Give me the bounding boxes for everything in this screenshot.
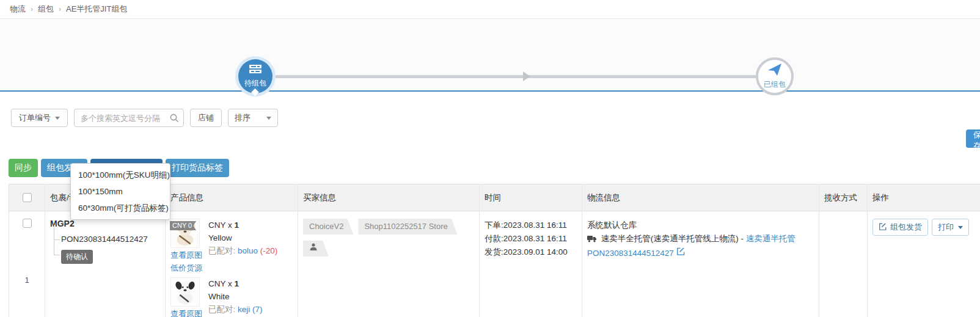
- product-qty: 1: [235, 279, 240, 288]
- row-print-dropdown-button[interactable]: 打印: [932, 219, 969, 236]
- row-pack-ship-label: 组包发货: [890, 222, 922, 233]
- product-price: CNY x: [208, 279, 232, 288]
- operation-cell: 组包发货 打印: [868, 211, 980, 317]
- row-index: 1: [24, 275, 29, 285]
- buyer-tag-shop: Shop1102252517 Store: [358, 219, 457, 235]
- table-row: 1 MGP2 PON230831444512427 待确认 CNY 0 查看原图: [9, 211, 980, 317]
- menu-item-100x150[interactable]: 100*150mm: [71, 183, 170, 200]
- view-original-link[interactable]: 查看原图: [170, 308, 202, 317]
- row-checkbox[interactable]: [23, 219, 32, 228]
- chevron-down-icon: [55, 117, 60, 120]
- sort-label: 排序: [235, 112, 250, 123]
- paired-stock: (7): [252, 305, 263, 314]
- buyer-person-tag[interactable]: [303, 241, 329, 257]
- product-image[interactable]: CNY 0: [170, 219, 200, 248]
- breadcrumb-item-logistics[interactable]: 物流: [10, 4, 26, 13]
- warehouse-name: 系统默认仓库: [587, 219, 814, 232]
- header-pickup: 揽收方式: [819, 184, 868, 211]
- row-print-label: 打印: [938, 222, 954, 233]
- chevron-down-icon: [958, 226, 963, 229]
- breadcrumb-item-current: AE半托管JIT组包: [66, 4, 127, 13]
- waybill-stack-icon: [249, 65, 261, 76]
- search-input[interactable]: [74, 109, 184, 127]
- row-select-cell: 1: [9, 211, 45, 317]
- tracking-number-link[interactable]: PON230831444512427: [587, 249, 674, 258]
- edit-icon[interactable]: [676, 249, 686, 258]
- order-time: 下单:2023.08.31 16:11: [485, 219, 577, 232]
- sync-button-label: 同步: [15, 162, 32, 173]
- status-badge: 待确认: [61, 250, 93, 264]
- breadcrumb-separator: ›: [31, 5, 33, 13]
- view-original-link[interactable]: 查看原图: [170, 250, 202, 261]
- header-operation: 操作: [868, 184, 980, 211]
- order-type-dropdown[interactable]: 订单编号: [11, 109, 68, 127]
- truck-icon: [587, 235, 599, 244]
- breadcrumb-item-pack[interactable]: 组包: [38, 4, 54, 13]
- row-pack-ship-button[interactable]: 组包发货: [872, 219, 928, 236]
- search-icon[interactable]: [169, 113, 179, 125]
- sync-button[interactable]: 同步: [9, 159, 38, 177]
- search-box: [74, 109, 184, 127]
- save-button[interactable]: 保存: [966, 129, 980, 148]
- product-variant: White: [208, 290, 263, 303]
- buyer-tag-choice: ChoiceV2: [303, 219, 353, 235]
- header-buyer: 买家信息: [298, 184, 480, 211]
- product-item: CNY 0 查看原图 低价货源 CNY x 1 Yellow 已配对: bolu…: [170, 219, 293, 274]
- breadcrumb-separator: ›: [59, 5, 61, 13]
- header-select-all-cell: [9, 184, 45, 211]
- product-price: CNY x: [208, 220, 232, 230]
- product-variant: Yellow: [208, 231, 277, 244]
- person-icon: [309, 241, 318, 257]
- menu-item-100x100[interactable]: 100*100mm(无SKU明细): [71, 167, 170, 183]
- save-button-label: 保存: [973, 130, 980, 150]
- product-item: 查看原图 低价货源 CNY x 1 White 已配对: keji (7): [170, 277, 293, 317]
- paired-stock: (-20): [260, 246, 278, 255]
- price-tag-ribbon: CNY 0: [170, 221, 196, 230]
- product-qty: 1: [235, 220, 240, 230]
- header-time: 时间: [480, 184, 582, 211]
- package-cell: MGP2 PON230831444512427 待确认: [45, 211, 166, 317]
- menu-item-60x30[interactable]: 60*30mm(可打货品标签): [71, 200, 170, 216]
- order-type-label: 订单编号: [19, 112, 51, 123]
- logistics-cell: 系统默认仓库 速卖半全托管(速卖通半托管线上物流) - 速卖通半托管 PON23…: [582, 211, 819, 317]
- filter-bar: 订单编号 店铺 排序 保存: [0, 109, 980, 159]
- paired-sku-link[interactable]: keji: [238, 305, 250, 314]
- paired-label: 已配对:: [208, 305, 235, 314]
- edit-icon: [879, 222, 887, 233]
- select-all-checkbox[interactable]: [23, 193, 32, 202]
- paired-label: 已配对:: [208, 246, 235, 255]
- paired-sku-link[interactable]: boluo: [238, 246, 258, 255]
- print-product-label-text: 打印货品标签: [172, 162, 223, 173]
- paper-plane-icon: [767, 63, 782, 79]
- ship-time: 发货:2023.09.01 14:00: [485, 246, 577, 259]
- logistics-channel: 速卖半全托管(速卖通半托管线上物流) -: [601, 234, 744, 243]
- header-product: 产品信息: [166, 184, 298, 211]
- cheap-source-link[interactable]: 低价货源: [170, 263, 202, 274]
- progress-steps: 待组包 已组包: [0, 19, 980, 92]
- print-inbound-menu: 100*100mm(无SKU明细) 100*150mm 60*30mm(可打货品…: [70, 163, 170, 220]
- shop-filter-button[interactable]: 店铺: [190, 109, 222, 127]
- arrow-right-icon: [523, 71, 530, 81]
- shop-filter-label: 店铺: [198, 112, 214, 123]
- header-logistics: 物流信息: [582, 184, 819, 211]
- time-cell: 下单:2023.08.31 16:11 付款:2023.08.31 16:11 …: [480, 211, 582, 317]
- chevron-down-icon: [266, 117, 271, 120]
- pay-time: 付款:2023.08.31 16:11: [485, 232, 577, 246]
- step-packed[interactable]: 已组包: [756, 57, 794, 95]
- logistics-channel-link[interactable]: 速卖通半托管: [746, 234, 795, 243]
- order-number[interactable]: PON230831444512427: [61, 235, 148, 244]
- sort-dropdown[interactable]: 排序: [228, 109, 278, 127]
- product-cell: CNY 0 查看原图 低价货源 CNY x 1 Yellow 已配对: bolu…: [166, 211, 298, 317]
- step-packed-label: 已组包: [764, 79, 786, 90]
- pickup-cell: [819, 211, 868, 317]
- print-product-label-button[interactable]: 打印货品标签: [166, 159, 229, 177]
- buyer-cell: ChoiceV2Shop1102252517 Store: [298, 211, 480, 317]
- package-id[interactable]: MGP2: [50, 219, 160, 228]
- product-image[interactable]: [170, 277, 200, 307]
- breadcrumb: 物流›组包›AE半托管JIT组包: [0, 0, 980, 19]
- step-connector-line: [276, 75, 756, 78]
